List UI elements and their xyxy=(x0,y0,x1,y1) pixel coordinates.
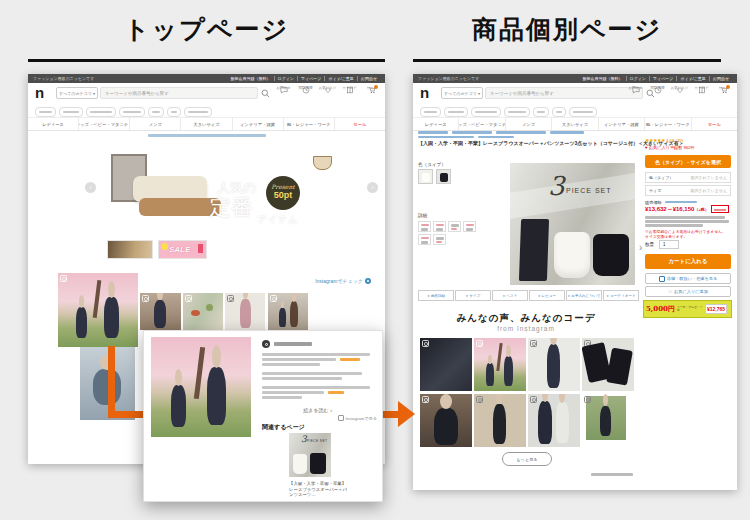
search-input[interactable]: キーワードや商品番号から探す xyxy=(100,87,258,99)
search-input[interactable]: キーワードや商品番号から探す xyxy=(485,87,643,99)
keyword-tag[interactable] xyxy=(148,107,164,117)
cart-icon[interactable]: カート xyxy=(363,86,380,94)
banner-thumbnail-1[interactable] xyxy=(107,240,153,259)
guide-link[interactable]: ガイド/ご意見 xyxy=(676,76,709,81)
instagram-photo-tile[interactable] xyxy=(582,338,634,391)
category-select[interactable]: すべてのカテゴリ▾ xyxy=(441,87,483,99)
nav-interior[interactable]: インテリア・雑貨 xyxy=(599,118,645,130)
site-logo[interactable]: n xyxy=(35,84,44,102)
search-icon[interactable] xyxy=(261,89,270,98)
nav-ladies[interactable]: レディース xyxy=(28,118,79,130)
keyword-tag[interactable] xyxy=(504,107,530,117)
instagram-photo-tile[interactable] xyxy=(140,293,181,330)
instagram-photo-tile[interactable] xyxy=(528,338,580,391)
nav-large-size[interactable]: 大きいサイズ xyxy=(552,118,598,130)
add-to-cart-button[interactable]: カートに入れる xyxy=(645,254,731,269)
login-link[interactable]: ログイン xyxy=(626,76,649,81)
nav-interior[interactable]: インテリア・雑貨 xyxy=(233,118,284,130)
see-more-button[interactable]: もっと見る xyxy=(502,452,552,466)
instagram-photo-tile[interactable] xyxy=(474,338,526,391)
nav-large-size[interactable]: 大きいサイズ xyxy=(181,118,232,130)
cart-icon[interactable]: カート xyxy=(715,86,732,94)
tab-care[interactable]: お手入れについて xyxy=(566,290,602,301)
favorites-icon[interactable]: お気に入り xyxy=(671,86,688,94)
instagram-photo-tile[interactable] xyxy=(225,293,265,330)
product-main-image[interactable]: 3 PIECE SET xyxy=(510,163,635,285)
nav-kids[interactable]: キッズ・ベビー・マタニティ xyxy=(79,118,130,130)
detail-thumbnail[interactable] xyxy=(448,221,461,232)
view-on-instagram-link[interactable]: Instagramで見る xyxy=(338,415,377,421)
contact-link[interactable]: お問合せ xyxy=(709,76,732,81)
breadcrumb-link[interactable] xyxy=(418,131,448,134)
detail-thumbnail[interactable] xyxy=(418,221,431,232)
nav-sale[interactable]: セール xyxy=(335,118,385,130)
history-icon[interactable]: 閲覧履歴 xyxy=(297,86,314,94)
coupon-banner[interactable]: 5,000円 クーポンプレゼント中 ¥12,765 xyxy=(643,300,732,318)
keyword-tag[interactable] xyxy=(184,107,212,117)
detail-thumbnail[interactable] xyxy=(433,221,446,232)
related-product-caption[interactable]: 【入園・入学・卒園・卒業】レースブラウスオーバー＋パンツスーツ… xyxy=(289,481,347,498)
login-link[interactable]: ログイン xyxy=(274,76,297,81)
chat-icon[interactable]: お問合せ xyxy=(275,86,292,94)
keyword-tag[interactable] xyxy=(533,107,549,117)
keyword-tag[interactable] xyxy=(35,107,56,117)
favorites-icon[interactable]: お気に入り xyxy=(319,86,336,94)
option-row-size[interactable]: サイズ 選択されていません xyxy=(645,185,731,196)
keyword-tag[interactable] xyxy=(119,107,145,117)
keyword-tag[interactable] xyxy=(569,107,597,117)
store-stock-button[interactable]: 店舗・取扱い・在庫を見る xyxy=(645,273,731,284)
banner-thumbnail-sale[interactable]: SALE xyxy=(158,240,207,259)
image-next-arrow[interactable]: › xyxy=(639,242,642,253)
breadcrumb-link[interactable] xyxy=(496,131,546,134)
instagram-photo-tile[interactable] xyxy=(474,394,526,447)
chat-icon[interactable]: お問合せ xyxy=(627,86,644,94)
detail-thumbnail[interactable] xyxy=(463,221,476,232)
keyword-tag[interactable] xyxy=(420,107,441,117)
register-link[interactable]: 新規会員登録（無料） xyxy=(228,76,274,81)
add-to-favorites-button[interactable]: お気に入りに追加 xyxy=(645,286,731,297)
tab-size[interactable]: サイズ xyxy=(455,290,491,301)
color-swatch-white[interactable] xyxy=(418,169,433,184)
carousel-prev-button[interactable]: ‹ xyxy=(85,182,96,193)
hero-banner[interactable]: 人気の 定番 アイテム Present 50pt xyxy=(105,150,365,233)
nav-mens[interactable]: メンズ xyxy=(506,118,552,130)
notice-link[interactable] xyxy=(148,134,266,137)
mypage-link[interactable]: マイページ xyxy=(649,76,676,81)
breadcrumb-link[interactable] xyxy=(418,136,474,139)
breadcrumb-link[interactable] xyxy=(550,131,584,134)
detail-thumbnail[interactable] xyxy=(418,234,431,245)
instagram-photo-tile[interactable] xyxy=(183,293,223,330)
nav-leisure[interactable]: 靴・レジャー・ワーク xyxy=(284,118,335,130)
color-swatch-black[interactable] xyxy=(436,169,451,184)
keyword-tag[interactable] xyxy=(86,107,116,117)
read-more-link[interactable]: 続きを読む xyxy=(259,407,377,413)
nav-mens[interactable]: メンズ xyxy=(130,118,181,130)
instagram-check-link[interactable]: Instagramでチェック xyxy=(315,278,371,284)
nav-sale[interactable]: セール xyxy=(692,118,737,130)
carousel-next-button[interactable]: › xyxy=(367,182,378,193)
mypage-link[interactable]: マイページ xyxy=(297,76,324,81)
select-color-size-button[interactable]: 色（タイプ）・サイズを選択 xyxy=(645,155,731,168)
register-link[interactable]: 新規会員登録（無料） xyxy=(580,76,626,81)
quantity-stepper[interactable]: 1 xyxy=(659,240,679,249)
keyword-tag[interactable] xyxy=(471,107,501,117)
redacted-link[interactable] xyxy=(665,201,697,204)
guide-link[interactable]: ガイド/ご意見 xyxy=(324,76,357,81)
instagram-photo-tile-sakura[interactable] xyxy=(58,273,138,347)
keyword-tag[interactable] xyxy=(552,107,566,117)
instagram-photo-tile[interactable] xyxy=(268,293,308,330)
history-icon[interactable]: 閲覧履歴 xyxy=(649,86,666,94)
instagram-photo-tile[interactable] xyxy=(582,394,634,447)
tab-product-detail[interactable]: 商品詳細 xyxy=(418,290,454,301)
option-row-color[interactable]: 色（タイプ） 選択されていません xyxy=(645,172,731,183)
breadcrumb-link[interactable] xyxy=(478,136,514,139)
nav-leisure[interactable]: 靴・レジャー・ワーク xyxy=(645,118,691,130)
instagram-photo-tile[interactable] xyxy=(528,394,580,447)
tab-vest[interactable]: ベスト xyxy=(492,290,528,301)
tab-coordinate[interactable]: コーディネート xyxy=(603,290,639,301)
catalog-icon[interactable]: カタログ xyxy=(341,86,358,94)
instagram-photo-tile[interactable] xyxy=(420,394,472,447)
keyword-tag[interactable] xyxy=(59,107,83,117)
keyword-tag[interactable] xyxy=(444,107,468,117)
catalog-icon[interactable]: カタログ xyxy=(693,86,710,94)
